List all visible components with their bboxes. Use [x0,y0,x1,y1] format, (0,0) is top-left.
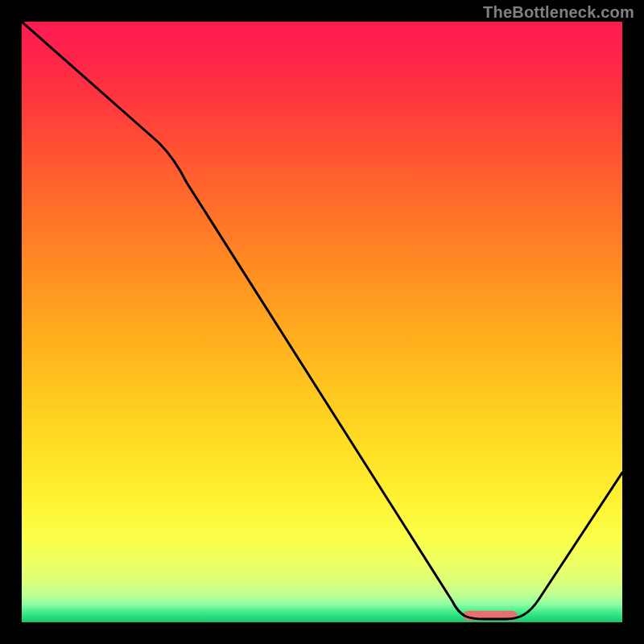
chart-plot-area [22,22,622,622]
gradient-background [22,22,622,622]
chart-svg [22,22,622,622]
attribution-label: TheBottleneck.com [483,3,634,22]
